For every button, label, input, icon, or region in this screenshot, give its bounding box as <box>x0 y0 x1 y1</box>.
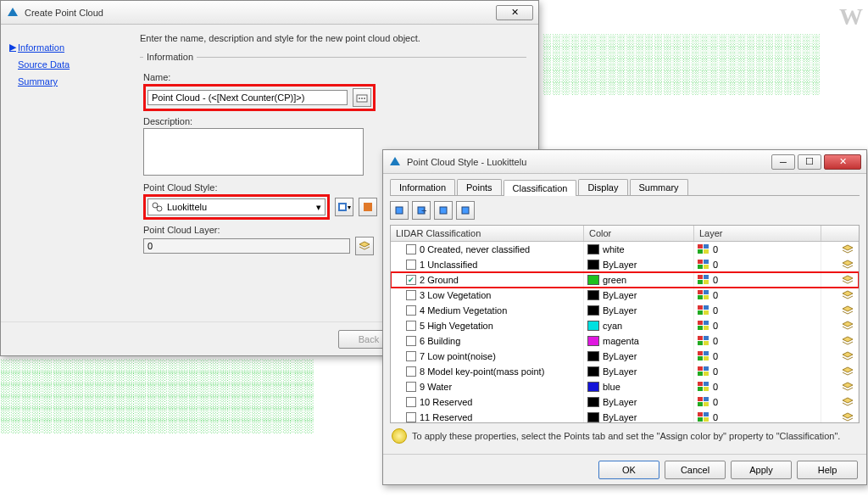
color-name: magenta <box>603 336 639 346</box>
row-checkbox[interactable] <box>406 244 416 254</box>
layer-swatch-icon[interactable] <box>698 412 709 422</box>
toolbar-btn-3[interactable] <box>434 201 453 220</box>
apply-button[interactable]: Apply <box>731 461 792 479</box>
row-checkbox[interactable] <box>406 412 416 422</box>
row-checkbox[interactable]: ✔ <box>406 275 416 285</box>
table-row[interactable]: 7 Low point(noise)ByLayer0 <box>391 349 859 364</box>
row-checkbox[interactable] <box>406 366 416 377</box>
svg-rect-32 <box>698 305 703 310</box>
description-input[interactable] <box>143 128 364 176</box>
row-checkbox[interactable] <box>406 290 416 300</box>
layer-picker-button[interactable] <box>355 237 374 255</box>
color-swatch[interactable] <box>587 412 599 422</box>
classification-grid[interactable]: LIDAR Classification Color Layer 0 Creat… <box>390 225 860 423</box>
layer-swatch-icon[interactable] <box>698 336 709 346</box>
table-row[interactable]: 4 Medium VegetationByLayer0 <box>391 303 859 318</box>
table-row[interactable]: 5 High Vegetationcyan0 <box>391 318 859 333</box>
layer-swatch-icon[interactable] <box>698 290 709 300</box>
nav-summary[interactable]: Summary <box>9 76 120 87</box>
layer-stack-icon[interactable] <box>842 366 854 377</box>
minimize-button[interactable]: ─ <box>771 154 795 170</box>
layer-stack-icon[interactable] <box>842 350 854 362</box>
table-row[interactable]: 0 Created, never classifiedwhite0 <box>391 242 859 257</box>
layer-stack-icon[interactable] <box>842 320 854 332</box>
layer-swatch-icon[interactable] <box>698 366 709 377</box>
layer-stack-icon[interactable] <box>842 335 854 347</box>
table-row[interactable]: 11 ReservedByLayer0 <box>391 410 859 423</box>
table-row[interactable]: 1 UnclassifiedByLayer0 <box>391 257 859 272</box>
color-swatch[interactable] <box>587 351 599 361</box>
layer-swatch-icon[interactable] <box>698 244 709 254</box>
titlebar[interactable]: Point Cloud Style - Luokittelu ─ ☐ ✕ <box>383 150 866 174</box>
style-preview-button[interactable] <box>359 198 377 216</box>
row-name: 7 Low point(noise) <box>420 351 496 361</box>
style-select[interactable]: Luokittelu ▾ <box>147 198 326 215</box>
layer-stack-icon[interactable] <box>842 259 854 271</box>
nav-source-data[interactable]: Source Data <box>9 59 120 70</box>
row-checkbox[interactable] <box>406 397 416 407</box>
row-checkbox[interactable] <box>406 382 416 392</box>
tab-summary[interactable]: Summary <box>630 179 688 195</box>
layer-stack-icon[interactable] <box>842 305 854 316</box>
table-row[interactable]: 10 ReservedByLayer0 <box>391 394 859 410</box>
row-name: 10 Reserved <box>420 397 472 407</box>
name-expression-button[interactable] <box>353 88 371 107</box>
tab-information[interactable]: Information <box>390 179 455 195</box>
row-checkbox[interactable] <box>406 351 416 361</box>
svg-rect-16 <box>698 244 703 249</box>
layer-swatch-icon[interactable] <box>698 305 709 316</box>
help-button[interactable]: Help <box>797 461 858 479</box>
col-color[interactable]: Color <box>584 226 694 241</box>
color-swatch[interactable] <box>587 321 599 331</box>
color-swatch[interactable] <box>587 336 599 346</box>
titlebar[interactable]: Create Point Cloud ✕ <box>1 1 538 25</box>
table-row[interactable]: 8 Model key-point(mass point)ByLayer0 <box>391 364 859 379</box>
layer-swatch-icon[interactable] <box>698 397 709 407</box>
tab-points[interactable]: Points <box>457 179 502 195</box>
ok-button[interactable]: OK <box>598 461 659 479</box>
tab-classification[interactable]: Classification <box>504 180 577 196</box>
close-button[interactable]: ✕ <box>824 154 861 170</box>
col-classification[interactable]: LIDAR Classification <box>391 226 584 241</box>
color-swatch[interactable] <box>587 382 599 392</box>
row-checkbox[interactable] <box>406 336 416 346</box>
maximize-button[interactable]: ☐ <box>798 154 821 170</box>
tab-display[interactable]: Display <box>578 179 627 195</box>
col-layer[interactable]: Layer <box>694 226 821 241</box>
name-input[interactable] <box>147 90 348 105</box>
toolbar-btn-1[interactable] <box>390 201 409 220</box>
layer-value: 0 <box>713 336 718 346</box>
layer-swatch-icon[interactable] <box>698 260 709 270</box>
layer-stack-icon[interactable] <box>842 243 854 255</box>
color-swatch[interactable] <box>587 290 599 300</box>
color-swatch[interactable] <box>587 366 599 377</box>
layer-stack-icon[interactable] <box>842 381 854 393</box>
table-row[interactable]: 6 Buildingmagenta0 <box>391 333 859 349</box>
row-checkbox[interactable] <box>406 305 416 316</box>
layer-stack-icon[interactable] <box>842 289 854 301</box>
row-checkbox[interactable] <box>406 260 416 270</box>
svg-rect-22 <box>698 265 703 269</box>
layer-stack-icon[interactable] <box>842 274 854 286</box>
row-checkbox[interactable] <box>406 321 416 331</box>
table-row[interactable]: ✔2 Groundgreen0 <box>391 272 859 288</box>
layer-swatch-icon[interactable] <box>698 275 709 285</box>
table-row[interactable]: 3 Low VegetationByLayer0 <box>391 288 859 303</box>
layer-swatch-icon[interactable] <box>698 321 709 331</box>
nav-information[interactable]: ▶Information <box>9 42 120 53</box>
color-swatch[interactable] <box>587 305 599 316</box>
color-swatch[interactable] <box>587 260 599 270</box>
layer-stack-icon[interactable] <box>842 411 854 423</box>
toolbar-btn-4[interactable] <box>456 201 475 220</box>
color-swatch[interactable] <box>587 244 599 254</box>
color-swatch[interactable] <box>587 397 599 407</box>
style-edit-button[interactable]: ▾ <box>335 198 353 216</box>
color-swatch[interactable] <box>587 275 599 285</box>
cancel-button[interactable]: Cancel <box>665 461 726 479</box>
table-row[interactable]: 9 Waterblue0 <box>391 379 859 394</box>
layer-swatch-icon[interactable] <box>698 382 709 392</box>
layer-stack-icon[interactable] <box>842 396 854 408</box>
close-button[interactable]: ✕ <box>496 5 533 20</box>
toolbar-btn-2[interactable]: + <box>412 201 431 220</box>
layer-swatch-icon[interactable] <box>698 351 709 361</box>
